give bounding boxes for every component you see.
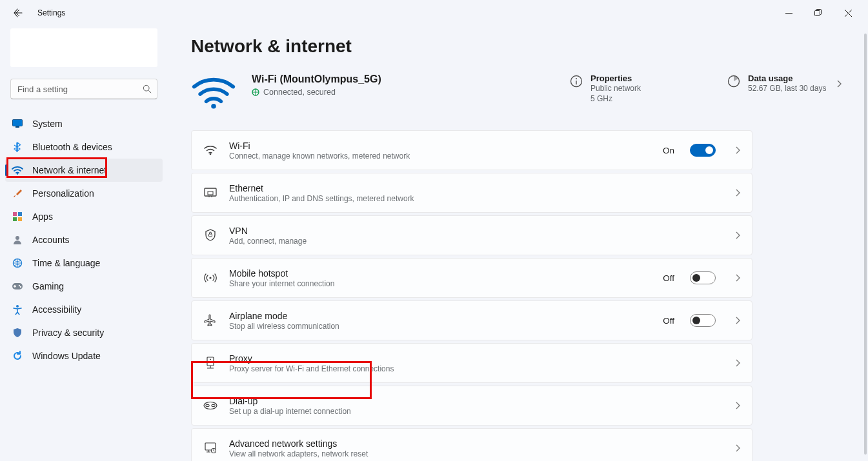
card-vpn[interactable]: VPNAdd, connect, manage: [191, 215, 752, 255]
airplane-icon: [203, 313, 217, 328]
card-title: Mobile hotspot: [229, 268, 651, 279]
shield-icon: [12, 327, 23, 338]
globe-secured-icon: [252, 88, 259, 96]
wifi-large-icon: [191, 74, 236, 112]
svg-rect-3: [13, 120, 23, 126]
card-title: VPN: [229, 226, 723, 236]
sidebar-item-gaming[interactable]: Gaming: [5, 275, 163, 298]
close-button[interactable]: [833, 3, 863, 23]
sidebar-item-label: Apps: [32, 211, 53, 222]
chevron-right-icon: [735, 359, 740, 367]
chevron-right-icon: [735, 444, 740, 452]
hotspot-toggle[interactable]: [690, 271, 716, 284]
properties-title: Properties: [590, 74, 641, 83]
minimize-button[interactable]: [774, 3, 803, 23]
person-icon: [12, 234, 23, 246]
card-proxy[interactable]: ProxyProxy server for Wi-Fi and Ethernet…: [191, 343, 752, 383]
close-icon: [845, 10, 852, 17]
maximize-icon: [814, 9, 822, 17]
proxy-icon: [203, 356, 217, 370]
chevron-right-icon: [735, 146, 740, 154]
properties-line1: Public network: [590, 83, 641, 93]
wifi-toggle[interactable]: [690, 144, 716, 157]
card-mobile-hotspot[interactable]: Mobile hotspotShare your internet connec…: [191, 258, 752, 298]
chevron-right-icon: [735, 231, 740, 239]
sidebar-item-system[interactable]: System: [5, 112, 163, 135]
minimize-icon: [785, 10, 792, 17]
wifi-icon: [203, 143, 217, 157]
data-usage-link[interactable]: Data usage 52.67 GB, last 30 days: [726, 74, 842, 93]
card-ethernet[interactable]: EthernetAuthentication, IP and DNS setti…: [191, 173, 752, 213]
card-title: Airplane mode: [229, 311, 651, 321]
wifi-icon: [12, 164, 23, 176]
sidebar-item-label: System: [32, 119, 63, 129]
main-content: Network & internet Wi-Fi (MountOlympus_5…: [168, 26, 868, 461]
svg-point-16: [211, 104, 216, 109]
properties-link[interactable]: Properties Public network 5 GHz: [569, 74, 685, 104]
sidebar-item-label: Accounts: [32, 235, 70, 245]
sidebar-item-accessibility[interactable]: Accessibility: [5, 298, 163, 321]
maximize-button[interactable]: [803, 3, 833, 23]
window-title: Settings: [37, 8, 65, 17]
data-usage-icon: [726, 74, 742, 89]
card-title: Ethernet: [229, 183, 723, 193]
settings-list: Wi-FiConnect, manage known networks, met…: [191, 130, 752, 461]
search-input[interactable]: [10, 79, 157, 99]
back-button[interactable]: [10, 5, 26, 21]
card-title: Advanced network settings: [229, 438, 723, 449]
svg-rect-1: [815, 11, 820, 16]
card-state: On: [663, 146, 674, 155]
profile-card[interactable]: [10, 28, 157, 67]
card-sub: Add, connect, manage: [229, 237, 723, 246]
ethernet-icon: [203, 186, 217, 200]
svg-rect-30: [212, 405, 215, 407]
svg-rect-6: [13, 212, 17, 216]
card-dialup[interactable]: Dial-upSet up a dial-up internet connect…: [191, 386, 752, 426]
svg-point-27: [210, 359, 211, 360]
svg-rect-7: [18, 212, 22, 216]
chevron-right-icon: [836, 79, 842, 88]
connection-name: Wi-Fi (MountOlympus_5G): [252, 74, 514, 85]
svg-point-5: [17, 173, 18, 174]
sidebar-item-privacy[interactable]: Privacy & security: [5, 321, 163, 344]
sidebar-item-personalization[interactable]: Personalization: [5, 182, 163, 205]
svg-point-2: [143, 85, 149, 91]
airplane-toggle[interactable]: [690, 314, 716, 327]
chevron-right-icon: [735, 402, 740, 409]
data-usage-line1: 52.67 GB, last 30 days: [748, 83, 826, 93]
svg-point-19: [576, 78, 577, 79]
card-sub: Set up a dial-up internet connection: [229, 407, 723, 416]
chevron-right-icon: [735, 189, 740, 197]
scrollbar[interactable]: [864, 34, 867, 455]
svg-rect-23: [208, 191, 213, 195]
sidebar-item-time-language[interactable]: Time & language: [5, 251, 163, 275]
info-icon: [569, 74, 584, 89]
card-sub: Connect, manage known networks, metered …: [229, 152, 651, 161]
sidebar-item-apps[interactable]: Apps: [5, 205, 163, 228]
card-state: Off: [663, 273, 674, 283]
accessibility-icon: [12, 304, 23, 315]
card-title: Proxy: [229, 353, 723, 364]
data-usage-title: Data usage: [748, 74, 826, 83]
svg-point-10: [15, 236, 19, 240]
search-wrap: [10, 79, 157, 99]
window-controls: [774, 3, 863, 23]
sidebar-item-windows-update[interactable]: Windows Update: [5, 344, 163, 368]
arrow-left-icon: [13, 8, 23, 18]
sidebar-item-label: Bluetooth & devices: [32, 142, 112, 152]
sidebar-item-network[interactable]: Network & internet: [5, 159, 163, 182]
update-icon: [12, 350, 23, 362]
sidebar-item-label: Privacy & security: [32, 328, 104, 338]
sidebar-item-accounts[interactable]: Accounts: [5, 228, 163, 251]
svg-point-14: [20, 286, 21, 288]
sidebar-item-label: Personalization: [32, 188, 94, 199]
card-state: Off: [663, 316, 674, 326]
search-icon: [142, 84, 152, 94]
card-airplane-mode[interactable]: Airplane modeStop all wireless communica…: [191, 300, 752, 340]
system-icon: [12, 118, 23, 130]
sidebar-item-bluetooth[interactable]: Bluetooth & devices: [5, 135, 163, 159]
svg-rect-9: [18, 217, 22, 221]
card-advanced-network[interactable]: Advanced network settingsView all networ…: [191, 428, 752, 461]
svg-rect-8: [13, 217, 17, 221]
card-wifi[interactable]: Wi-FiConnect, manage known networks, met…: [191, 130, 752, 170]
